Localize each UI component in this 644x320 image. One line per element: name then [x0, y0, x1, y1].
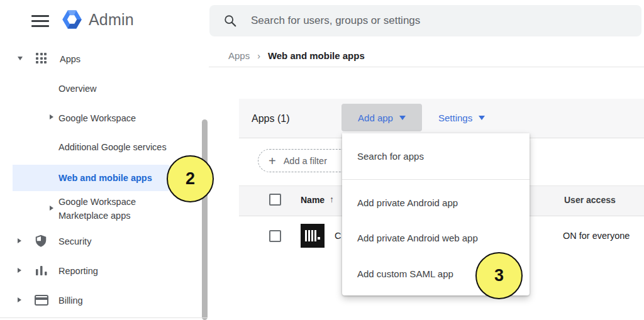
chevron-down-icon[interactable]: [18, 57, 23, 60]
settings-button[interactable]: Settings: [438, 104, 485, 131]
sidebar-item-additional-google-services[interactable]: Additional Google services: [58, 142, 167, 152]
chevron-right-icon[interactable]: [18, 238, 21, 243]
settings-label: Settings: [438, 113, 472, 123]
chevron-right-icon[interactable]: [50, 206, 53, 211]
chevron-right-icon[interactable]: [50, 114, 53, 119]
breadcrumb-apps-link[interactable]: Apps: [228, 50, 250, 61]
bar-chart-icon: [35, 265, 48, 276]
google-admin-console: Admin Apps Overview Google Workspace Add…: [0, 0, 644, 320]
brand[interactable]: Admin: [60, 9, 134, 30]
apps-grid-icon: [36, 53, 47, 63]
select-all-checkbox[interactable]: [269, 194, 281, 206]
chevron-right-icon[interactable]: [18, 297, 21, 302]
apps-count-title: Apps (1): [252, 113, 289, 124]
sidebar-item-security[interactable]: Security: [58, 236, 91, 246]
annotation-step-2: 2: [167, 155, 214, 202]
sidebar-item-overview[interactable]: Overview: [58, 84, 96, 94]
sidebar-item-google-workspace[interactable]: Google Workspace: [58, 113, 136, 123]
sort-ascending-icon[interactable]: ↑: [330, 194, 334, 204]
add-app-label: Add app: [358, 113, 393, 123]
menu-item-search-for-apps[interactable]: Search for apps: [342, 133, 530, 179]
shield-icon: [34, 234, 48, 248]
app-name-cell[interactable]: C: [335, 231, 341, 241]
column-header-name[interactable]: Name: [301, 195, 325, 205]
menu-hamburger-icon[interactable]: [31, 15, 49, 28]
add-filter-label: Add a filter: [284, 156, 327, 166]
sidebar-item-gw-marketplace-apps[interactable]: Google Workspace Marketplace apps: [58, 195, 159, 223]
sidebar-item-apps[interactable]: Apps: [60, 54, 80, 64]
breadcrumb-current: Web and mobile apps: [268, 50, 365, 61]
row-checkbox[interactable]: [269, 230, 281, 242]
divider: [209, 67, 644, 67]
add-app-button[interactable]: Add app: [341, 104, 422, 131]
search-icon: [223, 14, 237, 28]
sidebar-item-billing[interactable]: Billing: [58, 295, 83, 306]
plus-icon: +: [269, 155, 276, 167]
breadcrumb-separator: ›: [257, 51, 260, 61]
search-placeholder: Search for users, groups or settings: [251, 14, 420, 27]
sidebar-item-web-and-mobile-apps[interactable]: Web and mobile apps: [58, 173, 152, 183]
brand-title: Admin: [89, 11, 134, 29]
sidebar-item-reporting[interactable]: Reporting: [58, 266, 98, 276]
divider: [342, 179, 530, 180]
menu-item-add-private-android-web-app[interactable]: Add private Android web app: [342, 220, 530, 255]
menu-item-add-private-android-app[interactable]: Add private Android app: [342, 185, 530, 220]
admin-logo-icon: [60, 9, 84, 30]
breadcrumb: Apps › Web and mobile apps: [228, 50, 365, 61]
credit-card-icon: [35, 295, 48, 306]
chevron-right-icon[interactable]: [18, 268, 21, 273]
app-logo-icon: [301, 224, 325, 248]
chevron-down-icon: [399, 116, 406, 120]
chevron-down-icon: [479, 116, 485, 120]
add-filter-chip[interactable]: + Add a filter: [258, 149, 352, 172]
divider: [0, 317, 208, 318]
annotation-step-3: 3: [475, 252, 523, 299]
column-header-user-access[interactable]: User access: [564, 195, 616, 205]
user-access-cell: ON for everyone: [563, 231, 630, 241]
sidebar-scrollbar[interactable]: [202, 119, 208, 320]
global-search-input[interactable]: Search for users, groups or settings: [209, 5, 641, 36]
